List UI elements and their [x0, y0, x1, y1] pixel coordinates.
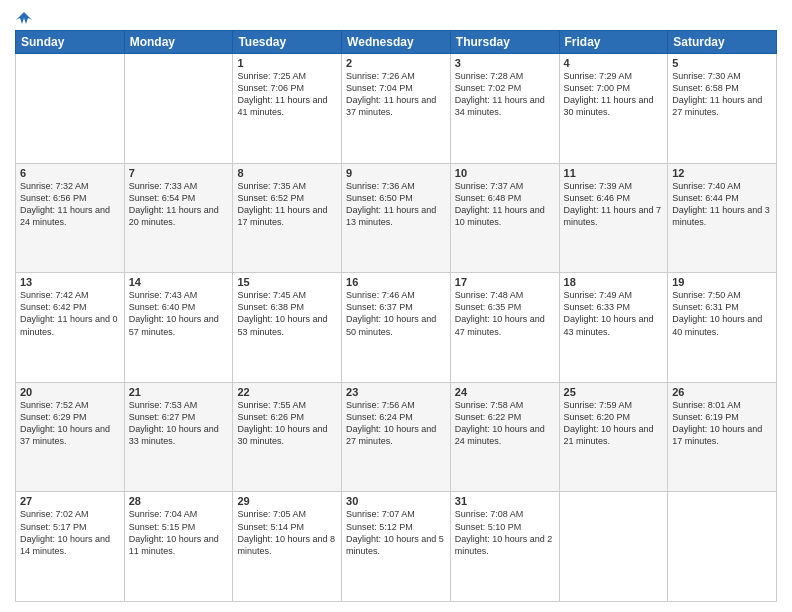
calendar-cell-2-3: 16Sunrise: 7:46 AM Sunset: 6:37 PM Dayli…	[342, 273, 451, 383]
calendar-cell-1-2: 8Sunrise: 7:35 AM Sunset: 6:52 PM Daylig…	[233, 163, 342, 273]
day-number: 24	[455, 386, 555, 398]
day-info: Sunrise: 7:05 AM Sunset: 5:14 PM Dayligh…	[237, 508, 337, 557]
day-number: 30	[346, 495, 446, 507]
day-number: 31	[455, 495, 555, 507]
day-number: 27	[20, 495, 120, 507]
day-info: Sunrise: 7:33 AM Sunset: 6:54 PM Dayligh…	[129, 180, 229, 229]
calendar-cell-2-5: 18Sunrise: 7:49 AM Sunset: 6:33 PM Dayli…	[559, 273, 668, 383]
col-thursday: Thursday	[450, 31, 559, 54]
day-number: 29	[237, 495, 337, 507]
calendar-cell-3-3: 23Sunrise: 7:56 AM Sunset: 6:24 PM Dayli…	[342, 382, 451, 492]
day-info: Sunrise: 7:49 AM Sunset: 6:33 PM Dayligh…	[564, 289, 664, 338]
day-info: Sunrise: 7:52 AM Sunset: 6:29 PM Dayligh…	[20, 399, 120, 448]
day-info: Sunrise: 7:55 AM Sunset: 6:26 PM Dayligh…	[237, 399, 337, 448]
calendar-cell-2-2: 15Sunrise: 7:45 AM Sunset: 6:38 PM Dayli…	[233, 273, 342, 383]
col-wednesday: Wednesday	[342, 31, 451, 54]
day-number: 11	[564, 167, 664, 179]
logo	[15, 10, 33, 22]
day-number: 14	[129, 276, 229, 288]
calendar-header-row: Sunday Monday Tuesday Wednesday Thursday…	[16, 31, 777, 54]
header	[15, 10, 777, 22]
week-row-5: 27Sunrise: 7:02 AM Sunset: 5:17 PM Dayli…	[16, 492, 777, 602]
week-row-4: 20Sunrise: 7:52 AM Sunset: 6:29 PM Dayli…	[16, 382, 777, 492]
calendar-cell-4-0: 27Sunrise: 7:02 AM Sunset: 5:17 PM Dayli…	[16, 492, 125, 602]
day-info: Sunrise: 7:59 AM Sunset: 6:20 PM Dayligh…	[564, 399, 664, 448]
calendar-cell-3-4: 24Sunrise: 7:58 AM Sunset: 6:22 PM Dayli…	[450, 382, 559, 492]
week-row-1: 1Sunrise: 7:25 AM Sunset: 7:06 PM Daylig…	[16, 54, 777, 164]
day-number: 25	[564, 386, 664, 398]
day-number: 28	[129, 495, 229, 507]
day-info: Sunrise: 7:32 AM Sunset: 6:56 PM Dayligh…	[20, 180, 120, 229]
calendar-cell-1-0: 6Sunrise: 7:32 AM Sunset: 6:56 PM Daylig…	[16, 163, 125, 273]
day-info: Sunrise: 7:39 AM Sunset: 6:46 PM Dayligh…	[564, 180, 664, 229]
col-monday: Monday	[124, 31, 233, 54]
day-number: 13	[20, 276, 120, 288]
day-info: Sunrise: 7:25 AM Sunset: 7:06 PM Dayligh…	[237, 70, 337, 119]
calendar-cell-1-4: 10Sunrise: 7:37 AM Sunset: 6:48 PM Dayli…	[450, 163, 559, 273]
day-number: 16	[346, 276, 446, 288]
day-number: 17	[455, 276, 555, 288]
calendar-cell-2-6: 19Sunrise: 7:50 AM Sunset: 6:31 PM Dayli…	[668, 273, 777, 383]
day-number: 10	[455, 167, 555, 179]
calendar-cell-4-6	[668, 492, 777, 602]
day-info: Sunrise: 7:42 AM Sunset: 6:42 PM Dayligh…	[20, 289, 120, 338]
calendar-cell-4-5	[559, 492, 668, 602]
calendar-cell-0-0	[16, 54, 125, 164]
day-info: Sunrise: 8:01 AM Sunset: 6:19 PM Dayligh…	[672, 399, 772, 448]
day-info: Sunrise: 7:48 AM Sunset: 6:35 PM Dayligh…	[455, 289, 555, 338]
calendar-cell-3-1: 21Sunrise: 7:53 AM Sunset: 6:27 PM Dayli…	[124, 382, 233, 492]
day-info: Sunrise: 7:07 AM Sunset: 5:12 PM Dayligh…	[346, 508, 446, 557]
day-info: Sunrise: 7:45 AM Sunset: 6:38 PM Dayligh…	[237, 289, 337, 338]
calendar-cell-1-3: 9Sunrise: 7:36 AM Sunset: 6:50 PM Daylig…	[342, 163, 451, 273]
day-number: 26	[672, 386, 772, 398]
week-row-2: 6Sunrise: 7:32 AM Sunset: 6:56 PM Daylig…	[16, 163, 777, 273]
day-number: 18	[564, 276, 664, 288]
day-number: 7	[129, 167, 229, 179]
calendar-cell-4-3: 30Sunrise: 7:07 AM Sunset: 5:12 PM Dayli…	[342, 492, 451, 602]
col-tuesday: Tuesday	[233, 31, 342, 54]
day-info: Sunrise: 7:56 AM Sunset: 6:24 PM Dayligh…	[346, 399, 446, 448]
day-number: 3	[455, 57, 555, 69]
svg-marker-0	[16, 12, 32, 24]
day-info: Sunrise: 7:29 AM Sunset: 7:00 PM Dayligh…	[564, 70, 664, 119]
calendar-cell-3-5: 25Sunrise: 7:59 AM Sunset: 6:20 PM Dayli…	[559, 382, 668, 492]
col-saturday: Saturday	[668, 31, 777, 54]
calendar-cell-2-1: 14Sunrise: 7:43 AM Sunset: 6:40 PM Dayli…	[124, 273, 233, 383]
day-info: Sunrise: 7:02 AM Sunset: 5:17 PM Dayligh…	[20, 508, 120, 557]
calendar-cell-3-6: 26Sunrise: 8:01 AM Sunset: 6:19 PM Dayli…	[668, 382, 777, 492]
page: Sunday Monday Tuesday Wednesday Thursday…	[0, 0, 792, 612]
day-number: 9	[346, 167, 446, 179]
col-friday: Friday	[559, 31, 668, 54]
day-number: 5	[672, 57, 772, 69]
calendar-cell-0-6: 5Sunrise: 7:30 AM Sunset: 6:58 PM Daylig…	[668, 54, 777, 164]
day-info: Sunrise: 7:43 AM Sunset: 6:40 PM Dayligh…	[129, 289, 229, 338]
calendar-cell-0-1	[124, 54, 233, 164]
day-number: 12	[672, 167, 772, 179]
calendar-cell-3-0: 20Sunrise: 7:52 AM Sunset: 6:29 PM Dayli…	[16, 382, 125, 492]
day-number: 2	[346, 57, 446, 69]
calendar-cell-1-6: 12Sunrise: 7:40 AM Sunset: 6:44 PM Dayli…	[668, 163, 777, 273]
calendar-cell-4-2: 29Sunrise: 7:05 AM Sunset: 5:14 PM Dayli…	[233, 492, 342, 602]
calendar-cell-3-2: 22Sunrise: 7:55 AM Sunset: 6:26 PM Dayli…	[233, 382, 342, 492]
day-info: Sunrise: 7:08 AM Sunset: 5:10 PM Dayligh…	[455, 508, 555, 557]
day-info: Sunrise: 7:04 AM Sunset: 5:15 PM Dayligh…	[129, 508, 229, 557]
day-info: Sunrise: 7:53 AM Sunset: 6:27 PM Dayligh…	[129, 399, 229, 448]
calendar-cell-0-2: 1Sunrise: 7:25 AM Sunset: 7:06 PM Daylig…	[233, 54, 342, 164]
calendar-cell-1-1: 7Sunrise: 7:33 AM Sunset: 6:54 PM Daylig…	[124, 163, 233, 273]
calendar-cell-2-4: 17Sunrise: 7:48 AM Sunset: 6:35 PM Dayli…	[450, 273, 559, 383]
calendar-cell-4-4: 31Sunrise: 7:08 AM Sunset: 5:10 PM Dayli…	[450, 492, 559, 602]
calendar-cell-1-5: 11Sunrise: 7:39 AM Sunset: 6:46 PM Dayli…	[559, 163, 668, 273]
calendar: Sunday Monday Tuesday Wednesday Thursday…	[15, 30, 777, 602]
day-info: Sunrise: 7:35 AM Sunset: 6:52 PM Dayligh…	[237, 180, 337, 229]
day-number: 1	[237, 57, 337, 69]
day-number: 6	[20, 167, 120, 179]
calendar-cell-2-0: 13Sunrise: 7:42 AM Sunset: 6:42 PM Dayli…	[16, 273, 125, 383]
day-number: 8	[237, 167, 337, 179]
calendar-cell-0-3: 2Sunrise: 7:26 AM Sunset: 7:04 PM Daylig…	[342, 54, 451, 164]
day-info: Sunrise: 7:40 AM Sunset: 6:44 PM Dayligh…	[672, 180, 772, 229]
day-number: 4	[564, 57, 664, 69]
day-number: 23	[346, 386, 446, 398]
day-info: Sunrise: 7:26 AM Sunset: 7:04 PM Dayligh…	[346, 70, 446, 119]
calendar-cell-4-1: 28Sunrise: 7:04 AM Sunset: 5:15 PM Dayli…	[124, 492, 233, 602]
col-sunday: Sunday	[16, 31, 125, 54]
